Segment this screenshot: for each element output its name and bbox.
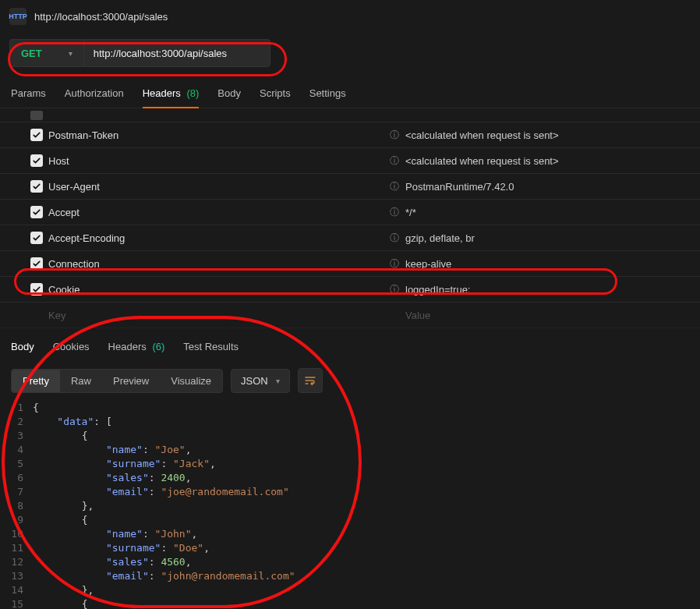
info-icon[interactable]: ⓘ	[384, 283, 405, 296]
header-key[interactable]: Host	[48, 155, 384, 167]
line-number: 3	[0, 429, 33, 443]
line-number: 8	[0, 499, 33, 513]
code-line: 7 "email": "joe@randomemail.com"	[0, 485, 700, 499]
code-content: "name": "John",	[33, 527, 197, 541]
code-content: },	[33, 499, 94, 513]
chevron-down-icon: ▾	[69, 49, 72, 58]
language-select[interactable]: JSON ▾	[231, 369, 290, 393]
checkbox-checked-icon[interactable]	[30, 129, 43, 141]
code-line: 3 {	[0, 429, 700, 443]
view-mode-segmented: Pretty Raw Preview Visualize	[11, 369, 223, 393]
view-visualize-button[interactable]: Visualize	[160, 370, 222, 392]
header-key[interactable]: Postman-Token	[48, 129, 384, 141]
info-icon[interactable]: ⓘ	[384, 232, 405, 245]
code-line: 9 {	[0, 513, 700, 527]
checkbox-checked-icon[interactable]	[30, 154, 43, 167]
header-value[interactable]: <calculated when request is sent>	[405, 155, 694, 167]
code-content: "sales": 4560,	[33, 555, 192, 569]
http-method-label: GET	[21, 48, 42, 59]
code-line: 14 },	[0, 583, 700, 597]
line-number: 2	[0, 415, 33, 429]
header-row[interactable]: User-AgentⓘPostmanRuntime/7.42.0	[0, 174, 700, 200]
line-number: 14	[0, 583, 33, 597]
response-tabs: Body Cookies Headers (6) Test Results	[0, 335, 700, 360]
header-row[interactable]: Acceptⓘ*/*	[0, 200, 700, 225]
restab-body[interactable]: Body	[11, 335, 34, 360]
code-line: 4 "name": "Joe",	[0, 443, 700, 457]
header-value-placeholder[interactable]: Value	[405, 310, 694, 321]
info-icon[interactable]: ⓘ	[384, 180, 405, 193]
restab-test-results[interactable]: Test Results	[183, 335, 239, 360]
info-icon[interactable]: ⓘ	[384, 206, 405, 219]
tab-settings[interactable]: Settings	[309, 81, 346, 108]
code-line: 8 },	[0, 499, 700, 513]
checkbox-checked-icon[interactable]	[30, 283, 43, 296]
header-row[interactable]: CookieⓘloggedIn=true;	[0, 277, 700, 303]
header-row[interactable]: Hostⓘ<calculated when request is sent>	[0, 148, 700, 174]
line-number: 4	[0, 443, 33, 457]
header-value[interactable]: <calculated when request is sent>	[405, 129, 694, 141]
response-code[interactable]: 1{2 "data": [3 {4 "name": "Joe",5 "surna…	[0, 399, 700, 609]
info-icon[interactable]: ⓘ	[384, 129, 405, 142]
header-key-placeholder[interactable]: Key	[48, 310, 384, 321]
tab-headers[interactable]: Headers (8)	[143, 81, 200, 108]
tab-scripts[interactable]: Scripts	[260, 81, 291, 108]
http-method-select[interactable]: GET ▾	[9, 39, 83, 67]
restab-headers-count: (6)	[152, 341, 164, 352]
view-raw-button[interactable]: Raw	[60, 370, 102, 392]
request-row: GET ▾	[9, 39, 691, 67]
tab-titlebar: HTTP http://localhost:3000/api/sales	[0, 0, 700, 33]
header-value[interactable]: */*	[405, 207, 694, 218]
code-content: "name": "Joe",	[33, 443, 192, 457]
line-number: 6	[0, 471, 33, 485]
checkbox-checked-icon[interactable]	[30, 206, 43, 218]
wrap-lines-button[interactable]	[298, 368, 323, 393]
request-url-input[interactable]	[83, 39, 270, 67]
view-preview-button[interactable]: Preview	[102, 370, 160, 392]
checkbox-icon[interactable]	[30, 111, 43, 120]
header-row[interactable]: Accept-Encodingⓘgzip, deflate, br	[0, 225, 700, 251]
code-line: 5 "surname": "Jack",	[0, 457, 700, 471]
checkbox-checked-icon[interactable]	[30, 257, 43, 270]
code-line: 15 {	[0, 597, 700, 609]
header-key[interactable]: Cookie	[48, 284, 384, 296]
header-key[interactable]: User-Agent	[48, 181, 384, 193]
header-key[interactable]: Accept-Encoding	[48, 232, 384, 244]
code-content: {	[33, 513, 87, 527]
header-row-empty[interactable]: Key Value	[0, 303, 700, 328]
code-content: {	[33, 597, 87, 609]
restab-cookies[interactable]: Cookies	[53, 335, 90, 360]
info-icon[interactable]: ⓘ	[384, 154, 405, 168]
header-key[interactable]: Connection	[48, 258, 384, 270]
code-content: {	[33, 429, 87, 443]
checkbox-checked-icon[interactable]	[30, 232, 43, 244]
code-content: "email": "john@randomemail.com"	[33, 569, 295, 583]
line-number: 1	[0, 401, 33, 415]
header-value[interactable]: PostmanRuntime/7.42.0	[405, 181, 694, 193]
code-line: 6 "sales": 2400,	[0, 471, 700, 485]
tab-body[interactable]: Body	[217, 81, 241, 108]
view-pretty-button[interactable]: Pretty	[12, 370, 60, 392]
code-line: 12 "sales": 4560,	[0, 555, 700, 569]
tab-authorization[interactable]: Authorization	[65, 81, 124, 108]
checkbox-checked-icon[interactable]	[30, 180, 43, 193]
code-content: "data": [	[33, 415, 112, 429]
info-icon[interactable]: ⓘ	[384, 257, 405, 271]
code-line: 11 "surname": "Doe",	[0, 541, 700, 555]
line-number: 5	[0, 457, 33, 471]
restab-headers[interactable]: Headers (6)	[108, 335, 165, 360]
header-key[interactable]: Accept	[48, 207, 384, 218]
header-value[interactable]: keep-alive	[405, 258, 694, 270]
header-row[interactable]: Connectionⓘkeep-alive	[0, 251, 700, 277]
tab-params[interactable]: Params	[11, 81, 46, 108]
header-value[interactable]: gzip, deflate, br	[405, 232, 694, 244]
header-row[interactable]: Postman-Tokenⓘ<calculated when request i…	[0, 122, 700, 148]
tab-headers-count: (8)	[186, 87, 199, 99]
tab-headers-label: Headers	[143, 87, 181, 99]
line-number: 15	[0, 597, 33, 609]
code-content: "surname": "Doe",	[33, 541, 210, 555]
code-content: {	[33, 401, 39, 415]
header-value[interactable]: loggedIn=true;	[405, 284, 694, 296]
code-line: 10 "name": "John",	[0, 527, 700, 541]
wrap-icon	[304, 374, 316, 387]
